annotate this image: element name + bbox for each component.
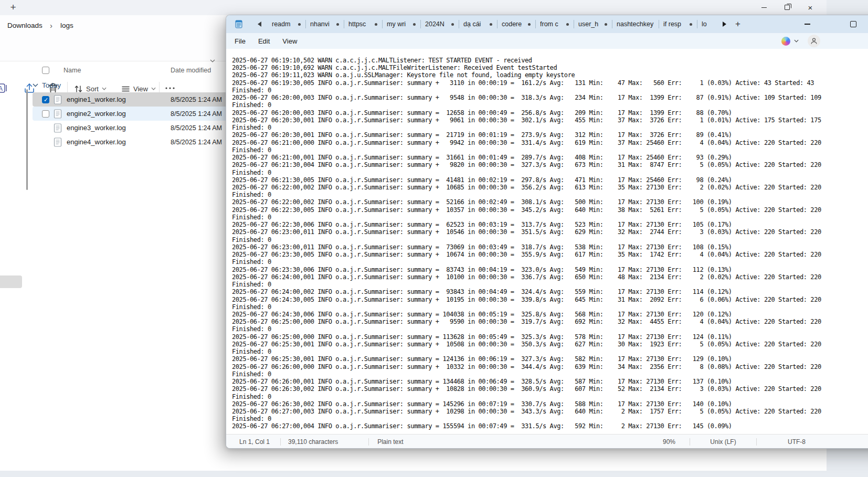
file-date-modified: 8/5/2025 1:24 AM bbox=[171, 96, 222, 103]
breadcrumb-chevron-icon: › bbox=[50, 21, 52, 30]
log-line: 2025-06-27 06:25:00,000 INFO o.a.j.r.Sum… bbox=[232, 333, 868, 341]
tab-httpsc[interactable]: httpsc bbox=[344, 15, 382, 33]
nav-pane-item-partial bbox=[0, 275, 22, 288]
breadcrumb-logs[interactable]: logs bbox=[60, 22, 73, 29]
column-header-date-modified[interactable]: Date modified bbox=[171, 67, 211, 74]
log-line: 2025-06-27 06:23:30,006 INFO o.a.j.r.Sum… bbox=[232, 266, 868, 273]
copilot-control[interactable] bbox=[781, 33, 799, 49]
log-line: 2025-06-27 06:25:30,001 INFO o.a.j.r.Sum… bbox=[232, 355, 868, 363]
file-name: engine1_worker.log bbox=[67, 96, 126, 103]
log-line: 2025-06-27 06:23:00,011 INFO o.a.j.r.Sum… bbox=[232, 228, 868, 236]
explorer-close-button[interactable]: × bbox=[799, 0, 822, 15]
text-editor-area[interactable]: 2025-06-27 06:19:10,502 WARN c.a.c.j.j.c… bbox=[226, 49, 868, 434]
log-line: Finished: 0 bbox=[232, 281, 868, 288]
file-date-modified: 8/5/2025 1:24 AM bbox=[171, 139, 222, 146]
file-name: engine3_worker.log bbox=[67, 124, 126, 132]
sort-direction-icon bbox=[210, 59, 215, 62]
notepad-minimize-button[interactable] bbox=[795, 15, 819, 33]
group-header-today[interactable]: Today bbox=[33, 78, 61, 92]
svg-text:A: A bbox=[0, 85, 3, 92]
menu-file[interactable]: File bbox=[228, 37, 252, 45]
group-collapse-chevron-icon bbox=[33, 83, 38, 87]
notepad-new-tab-button[interactable]: + bbox=[735, 19, 740, 29]
chevron-down-icon bbox=[794, 39, 799, 43]
person-icon bbox=[810, 37, 818, 45]
character-count: 39,110 characters bbox=[288, 438, 338, 446]
log-line: Finished: 0 bbox=[232, 303, 868, 311]
explorer-minimize-button[interactable] bbox=[753, 0, 776, 15]
tab-title: from c bbox=[540, 20, 564, 28]
unsaved-changes-dot-icon bbox=[375, 23, 377, 26]
log-line: 2025-06-27 06:24:30,005 INFO o.a.j.r.Sum… bbox=[232, 296, 868, 303]
tab-dạ-cái[interactable]: dạ cái bbox=[459, 15, 497, 33]
unsaved-changes-dot-icon bbox=[566, 23, 569, 26]
unsaved-changes-dot-icon bbox=[528, 23, 531, 26]
tab-codere[interactable]: codere bbox=[497, 15, 535, 33]
tab-readm[interactable]: readm bbox=[268, 15, 305, 33]
tab-user_h[interactable]: user_h bbox=[574, 15, 612, 33]
notepad-status-bar: Ln 1, Col 1 39,110 characters Plain text… bbox=[226, 434, 868, 449]
log-line: 2025-06-27 06:25:30,001 INFO o.a.j.r.Sum… bbox=[232, 341, 868, 348]
breadcrumb-downloads[interactable]: Downloads bbox=[7, 22, 43, 29]
document-icon bbox=[54, 109, 62, 119]
notepad-tab-bar: readmnhanvihttpscmy wri2024Ndạ cáicodere… bbox=[268, 15, 718, 33]
group-label: Today bbox=[42, 81, 61, 89]
file-name: engine4_worker.log bbox=[67, 138, 126, 146]
line-ending-type[interactable]: Unix (LF) bbox=[690, 438, 756, 446]
document-icon bbox=[54, 95, 62, 104]
log-line: Finished: 0 bbox=[232, 236, 868, 243]
file-checkbox[interactable] bbox=[42, 96, 49, 103]
rename-icon[interactable]: A bbox=[0, 82, 7, 94]
log-line: 2025-06-27 06:22:00,002 INFO o.a.j.r.Sum… bbox=[232, 198, 868, 206]
log-line: Finished: 0 bbox=[232, 101, 868, 109]
menu-edit[interactable]: Edit bbox=[252, 37, 276, 45]
tab-scroll-left-icon[interactable] bbox=[258, 22, 261, 27]
tab-scroll-right-icon[interactable] bbox=[723, 22, 726, 27]
nav-pane-scrollbar[interactable] bbox=[26, 89, 28, 190]
log-line: Finished: 0 bbox=[232, 325, 868, 333]
document-icon bbox=[54, 137, 62, 147]
log-line: 2025-06-27 06:27:00,003 INFO o.a.j.r.Sum… bbox=[232, 408, 868, 415]
tab-2024N[interactable]: 2024N bbox=[421, 15, 459, 33]
tab-if-resp[interactable]: if resp bbox=[659, 15, 697, 33]
log-line: 2025-06-27 06:23:00,011 INFO o.a.j.r.Sum… bbox=[232, 243, 868, 251]
explorer-tab-strip: + bbox=[0, 0, 827, 15]
column-header-name[interactable]: Name bbox=[63, 67, 81, 74]
file-checkbox[interactable] bbox=[42, 110, 49, 118]
minimize-icon bbox=[761, 7, 767, 8]
file-date-modified: 8/5/2025 1:24 AM bbox=[171, 110, 222, 118]
notepad-maximize-button[interactable] bbox=[841, 15, 865, 33]
explorer-new-tab-button[interactable]: + bbox=[6, 1, 20, 14]
log-line: 2025-06-27 06:21:00,001 INFO o.a.j.r.Sum… bbox=[232, 154, 868, 161]
text-encoding[interactable]: UTF-8 bbox=[757, 438, 837, 446]
sort-arrows-icon bbox=[74, 84, 83, 93]
notepad-menu-bar: FileEditView bbox=[226, 33, 868, 49]
log-line: Finished: 0 bbox=[232, 214, 868, 221]
log-line: 2025-06-27 06:21:30,005 INFO o.a.j.r.Sum… bbox=[232, 176, 868, 184]
tab-from-c[interactable]: from c bbox=[536, 15, 574, 33]
unsaved-changes-dot-icon bbox=[490, 23, 492, 26]
notepad-app-icon bbox=[234, 19, 244, 29]
tab-title: httpsc bbox=[348, 20, 372, 28]
tab-title: if resp bbox=[663, 20, 687, 28]
copilot-icon bbox=[781, 37, 790, 46]
log-line: Finished: 0 bbox=[232, 87, 868, 94]
zoom-level[interactable]: 90% bbox=[649, 438, 690, 446]
tab-nashtechkey[interactable]: nashtechkey bbox=[612, 15, 659, 33]
tab-nhanvi[interactable]: nhanvi bbox=[306, 15, 344, 33]
tab-title: lo bbox=[702, 20, 714, 28]
log-line: 2025-06-27 06:19:30,005 INFO o.a.j.r.Sum… bbox=[232, 79, 868, 87]
log-line: 2025-06-27 06:23:30,005 INFO o.a.j.r.Sum… bbox=[232, 251, 868, 258]
notepad-title-bar[interactable]: readmnhanvihttpscmy wri2024Ndạ cáicodere… bbox=[226, 15, 868, 33]
menu-view[interactable]: View bbox=[276, 37, 303, 45]
document-format: Plain text bbox=[377, 438, 403, 446]
log-line: 2025-06-27 06:26:30,002 INFO o.a.j.r.Sum… bbox=[232, 385, 868, 393]
tab-my-wri[interactable]: my wri bbox=[383, 15, 420, 33]
account-button[interactable] bbox=[808, 35, 820, 47]
tab-lo[interactable]: lo bbox=[697, 15, 718, 33]
log-line: 2025-06-27 06:24:00,002 INFO o.a.j.r.Sum… bbox=[232, 288, 868, 295]
select-all-checkbox[interactable] bbox=[42, 67, 49, 74]
log-line: Finished: 0 bbox=[232, 415, 868, 422]
explorer-restore-button[interactable] bbox=[776, 0, 799, 15]
chevron-down-icon bbox=[151, 87, 156, 90]
